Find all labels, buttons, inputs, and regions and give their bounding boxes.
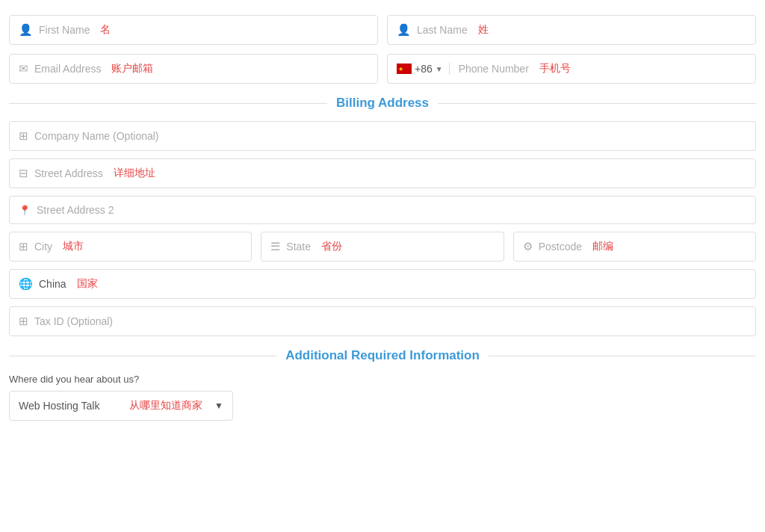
hear-about-us-label: Where did you hear about us?: [9, 374, 756, 385]
hear-about-us-selector[interactable]: Web Hosting Talk 从哪里知道商家 ▼: [9, 391, 233, 421]
country-value: China: [39, 278, 66, 290]
email-chinese: 账户邮箱: [111, 62, 153, 75]
country-field[interactable]: 🌐 China 国家: [9, 269, 756, 299]
city-icon: ⊞: [19, 240, 28, 253]
billing-section-divider: Billing Address: [9, 96, 756, 111]
personal-info-row-1: 👤 First Name 名 👤 Last Name 姓: [9, 15, 756, 45]
additional-section-title: Additional Required Information: [285, 348, 480, 363]
phone-field[interactable]: +86 ▼ Phone Number 手机号: [387, 54, 756, 84]
last-name-label: Last Name: [417, 24, 468, 36]
pin-icon: 📍: [19, 205, 31, 216]
email-label: Email Address: [34, 63, 101, 75]
postcode-chinese: 邮编: [592, 240, 613, 253]
first-name-field[interactable]: 👤 First Name 名: [9, 15, 378, 45]
state-field[interactable]: ☰ State 省份: [261, 232, 504, 262]
personal-info-row-2: ✉ Email Address 账户邮箱 +86 ▼ Phone Number …: [9, 54, 756, 84]
hear-about-us-chinese: 从哪里知道商家: [129, 399, 202, 412]
tax-id-label: Tax ID (Optional): [34, 315, 113, 327]
phone-label: Phone Number: [459, 63, 529, 75]
street-address2-field[interactable]: 📍 Street Address 2: [9, 196, 756, 224]
last-name-chinese: 姓: [478, 23, 489, 37]
phone-chinese: 手机号: [539, 62, 571, 75]
company-icon: ⊞: [19, 129, 28, 143]
street-chinese: 详细地址: [114, 167, 155, 180]
country-code-selector[interactable]: +86 ▼: [397, 63, 450, 75]
hear-about-us-value: Web Hosting Talk: [19, 400, 120, 412]
country-code-label: +86: [415, 63, 433, 75]
first-name-label: First Name: [39, 24, 90, 36]
country-chinese: 国家: [77, 277, 98, 291]
postcode-label: Postcode: [539, 241, 582, 253]
state-chinese: 省份: [321, 240, 342, 253]
person-icon-2: 👤: [397, 23, 411, 37]
postcode-field[interactable]: ⚙ Postcode 邮编: [513, 232, 756, 262]
first-name-chinese: 名: [100, 23, 111, 37]
state-icon: ☰: [270, 240, 280, 253]
divider-line-left: [9, 103, 327, 104]
additional-section-divider: Additional Required Information: [9, 348, 756, 363]
divider-line-right: [438, 103, 756, 104]
last-name-field[interactable]: 👤 Last Name 姓: [387, 15, 756, 45]
company-label: Company Name (Optional): [34, 130, 159, 142]
additional-section: Additional Required Information Where di…: [9, 348, 756, 421]
state-label: State: [286, 241, 311, 253]
flag-icon: [397, 64, 412, 74]
street-address-field[interactable]: ⊟ Street Address 详细地址: [9, 158, 756, 188]
street2-label: Street Address 2: [37, 204, 114, 216]
person-icon: 👤: [19, 23, 33, 37]
postcode-icon: ⚙: [523, 240, 533, 253]
email-field[interactable]: ✉ Email Address 账户邮箱: [9, 54, 378, 84]
phone-dropdown-arrow: ▼: [436, 65, 443, 73]
city-label: City: [34, 241, 52, 253]
street-label: Street Address: [34, 167, 103, 179]
city-chinese: 城市: [63, 240, 84, 253]
tax-id-field[interactable]: ⊞ Tax ID (Optional): [9, 306, 756, 336]
select-dropdown-arrow: ▼: [214, 400, 223, 411]
city-state-postcode-row: ⊞ City 城市 ☰ State 省份 ⚙ Postcode 邮编: [9, 232, 756, 262]
email-icon: ✉: [19, 62, 28, 75]
city-field[interactable]: ⊞ City 城市: [9, 232, 252, 262]
company-field[interactable]: ⊞ Company Name (Optional): [9, 121, 756, 151]
street-icon: ⊟: [19, 167, 28, 180]
additional-divider-right: [489, 356, 756, 356]
tax-icon: ⊞: [19, 315, 28, 328]
billing-section-title: Billing Address: [336, 96, 429, 111]
additional-divider-left: [9, 356, 276, 356]
globe-icon: 🌐: [19, 277, 33, 291]
